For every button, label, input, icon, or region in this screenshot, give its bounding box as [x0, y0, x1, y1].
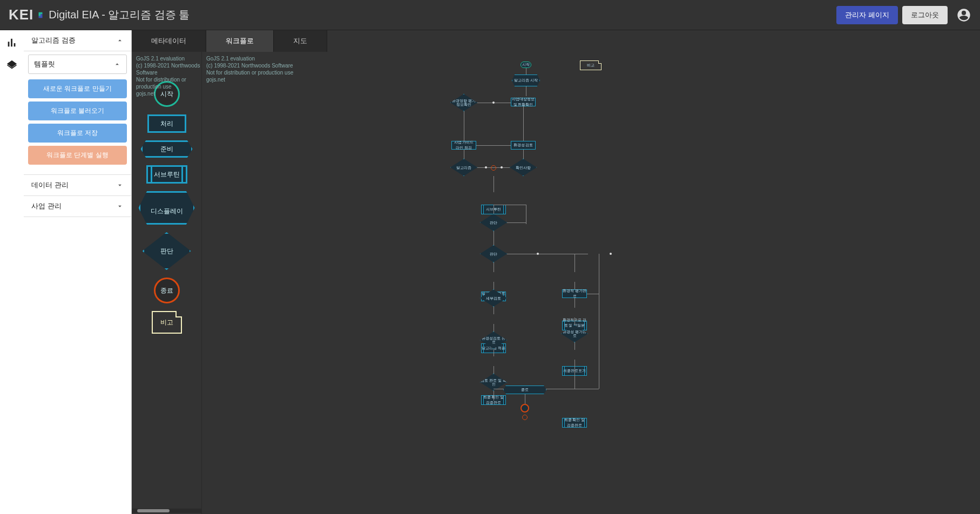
new-workflow-button[interactable]: 새로운 워크플로 만들기 — [28, 79, 127, 98]
palette-display[interactable]: 디스플레이 — [139, 191, 195, 225]
palette-prep[interactable]: 준비 — [141, 140, 193, 158]
save-workflow-button[interactable]: 워크플로 저장 — [28, 124, 127, 143]
flow-proc-2[interactable]: 사업 가이드 라인 점검 — [451, 141, 476, 150]
chart-icon[interactable] — [6, 37, 18, 49]
sidebar-section-body: 템플릿 새로운 워크플로 만들기 워크플로 불러오기 워크플로 저장 워크플로 … — [24, 51, 131, 175]
sidebar-section-label: 알고리즘 검증 — [31, 36, 76, 45]
user-avatar-icon[interactable] — [956, 8, 971, 23]
tab-map[interactable]: 지도 — [274, 30, 327, 52]
tab-workflow[interactable]: 워크플로 — [206, 30, 274, 52]
flow-note[interactable]: 비고 — [580, 60, 601, 70]
flow-decision-1[interactable]: 환경영향 평가 정보확인 — [450, 94, 477, 111]
flow-decision-5[interactable]: 판단 — [480, 245, 507, 262]
flow-prep-final[interactable]: 종료 — [503, 386, 546, 394]
palette-process[interactable]: 처리 — [147, 114, 186, 133]
sidebar-section-project[interactable]: 사업 관리 — [24, 196, 131, 217]
sidebar-section-label: 사업 관리 — [31, 201, 62, 211]
palette-start[interactable]: 시작 — [154, 81, 180, 107]
flow-proc-1[interactable]: 사업대상정보 및 현황확인 — [511, 98, 536, 106]
sidebar-section-label: 데이터 관리 — [31, 180, 69, 190]
palette-scrollbar[interactable] — [132, 509, 202, 513]
logo-accent-icon — [37, 11, 44, 19]
flow-decision-3[interactable]: 확인사항 — [510, 159, 537, 176]
diagram-canvas[interactable]: GoJS 2.1 evaluation (c) 1998-2021 Northw… — [202, 52, 980, 514]
flow-sub-r3[interactable]: 최종 확인 및 검증완료 — [562, 418, 587, 428]
step-workflow-button[interactable]: 워크플로 단계별 실행 — [28, 146, 127, 165]
icon-rail — [0, 30, 24, 514]
flow-small-end[interactable] — [491, 165, 496, 171]
scrollbar-thumb[interactable] — [137, 509, 170, 512]
template-subheader[interactable]: 템플릿 — [28, 55, 127, 74]
sidebar-section-data[interactable]: 데이터 관리 — [24, 175, 131, 196]
logo: KEI — [9, 6, 44, 23]
logo-text: KEI — [9, 6, 33, 23]
flow-start[interactable]: 시작 — [521, 62, 531, 68]
flow-small-end-2[interactable] — [522, 415, 528, 420]
sidebar: 알고리즘 검증 템플릿 새로운 워크플로 만들기 워크플로 불러오기 워크플로 … — [24, 30, 132, 514]
flow-decision-2[interactable]: 알고리즘 — [450, 159, 477, 176]
palette-subroutine[interactable]: 서브루틴 — [146, 165, 187, 184]
palette-decision[interactable]: 판단 — [143, 232, 191, 270]
chevron-up-icon — [116, 37, 124, 44]
app-header: KEI Digital EIA - 알고리즘 검증 툴 관리자 페이지 로그아웃 — [0, 0, 980, 30]
palette-end[interactable]: 종료 — [154, 278, 180, 303]
flow-proc-3[interactable]: 환경성 검토 — [511, 141, 536, 150]
palette-note[interactable]: 비고 — [152, 311, 182, 334]
template-label: 템플릿 — [34, 59, 55, 69]
app-title: Digital EIA - 알고리즘 검증 툴 — [49, 8, 190, 22]
chevron-up-icon — [113, 60, 121, 68]
flow-proc-r1[interactable]: 환경적 평가완료 — [562, 289, 587, 298]
chevron-down-icon — [116, 181, 124, 189]
content-area: 메타데이터 워크플로 지도 GoJS 2.1 evaluation (c) 19… — [132, 30, 980, 514]
admin-page-button[interactable]: 관리자 페이지 — [836, 6, 898, 24]
layers-icon[interactable] — [6, 59, 18, 71]
sidebar-section-algorithm[interactable]: 알고리즘 검증 — [24, 30, 131, 51]
flow-end[interactable] — [521, 404, 529, 412]
flow-decision-4[interactable]: 판단 — [480, 214, 507, 231]
load-workflow-button[interactable]: 워크플로 불러오기 — [28, 102, 127, 120]
logout-button[interactable]: 로그아웃 — [902, 6, 948, 24]
tabs: 메타데이터 워크플로 지도 — [132, 30, 980, 52]
palette: GoJS 2.1 evaluation (c) 1998-2021 Northw… — [132, 52, 202, 514]
watermark-diagram: GoJS 2.1 evaluation (c) 1998-2021 Northw… — [206, 55, 314, 83]
tab-metadata[interactable]: 메타데이터 — [132, 30, 206, 52]
canvas-wrap: GoJS 2.1 evaluation (c) 1998-2021 Northw… — [132, 52, 980, 514]
chevron-down-icon — [116, 202, 124, 210]
flow-display-1[interactable]: 알고리즘 시작 — [512, 75, 540, 86]
